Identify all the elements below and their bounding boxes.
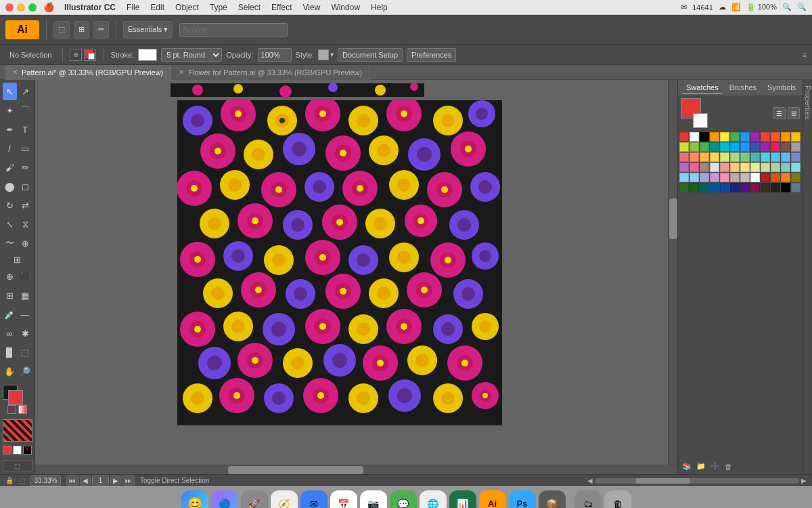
menu-edit[interactable]: Edit: [145, 1, 169, 14]
pencil-tool[interactable]: ✏: [18, 158, 32, 176]
next-page-btn[interactable]: ▶: [110, 475, 121, 486]
swatch-item[interactable]: [791, 152, 800, 162]
line-tool[interactable]: /: [3, 140, 17, 157]
last-page-btn[interactable]: ⏭: [122, 475, 135, 486]
reflect-tool[interactable]: ⇄: [18, 196, 32, 214]
close-button[interactable]: [5, 3, 14, 12]
shape-tool[interactable]: ▭: [18, 140, 32, 157]
swatch-item[interactable]: [761, 132, 770, 142]
hand-tool[interactable]: ✋: [3, 363, 17, 381]
horizontal-scrollbar[interactable]: [35, 465, 677, 474]
menu-help[interactable]: Help: [366, 1, 392, 14]
direct-selection-tool[interactable]: ↗: [18, 83, 32, 100]
swatch-item[interactable]: [740, 163, 750, 172]
tab-flower[interactable]: ✕ Flower for Pattern.ai @ 33.33% (RGB/GP…: [172, 65, 369, 80]
swatch-item[interactable]: [750, 142, 760, 152]
vertical-scrollbar[interactable]: [668, 80, 677, 474]
swatch-item[interactable]: [761, 142, 770, 152]
dock-calendar[interactable]: 📅: [330, 490, 357, 509]
swatch-item[interactable]: [700, 183, 709, 192]
none-mode-btn[interactable]: ✕: [23, 446, 32, 454]
swatch-item[interactable]: [730, 152, 740, 162]
swatch-item[interactable]: [791, 132, 800, 142]
eyedropper-tool[interactable]: 💉: [3, 306, 17, 324]
dock-safari[interactable]: 🧭: [271, 490, 298, 509]
scale-tool[interactable]: ⤡: [3, 215, 17, 233]
warp-tool[interactable]: 〜: [3, 234, 17, 252]
stroke-color-box[interactable]: [138, 49, 157, 61]
swatch-item[interactable]: [720, 163, 729, 172]
opacity-input[interactable]: [258, 48, 292, 62]
swatch-item[interactable]: [679, 132, 689, 142]
arrange-button[interactable]: ⬚: [53, 21, 70, 39]
slice-tool[interactable]: ⬚: [18, 344, 32, 362]
status-artboard-btn[interactable]: ⬚: [19, 477, 25, 484]
fullscreen-button[interactable]: [28, 3, 37, 12]
document-setup-button[interactable]: Document Setup: [338, 48, 403, 62]
swatch-item[interactable]: [781, 142, 790, 152]
swatch-item[interactable]: [771, 152, 780, 162]
swatch-item[interactable]: [700, 132, 709, 142]
workspace-button[interactable]: ⊞: [74, 21, 89, 39]
swatch-item[interactable]: [750, 132, 760, 142]
prev-page-btn[interactable]: ◀: [80, 475, 91, 486]
live-paint-tool[interactable]: ⬛: [18, 268, 32, 286]
menu-object[interactable]: Object: [171, 1, 204, 14]
swatch-lib-btn[interactable]: 📚: [681, 461, 693, 472]
grid-view-btn[interactable]: ⊞: [788, 107, 800, 119]
style-color[interactable]: [318, 49, 329, 60]
swatch-item[interactable]: [750, 183, 760, 192]
type-tool[interactable]: T: [18, 121, 32, 138]
touch-button[interactable]: ✏: [93, 21, 109, 39]
swatch-item[interactable]: [750, 173, 760, 182]
menu-window[interactable]: Window: [326, 1, 365, 14]
swatch-item[interactable]: [781, 132, 790, 142]
horizontal-scroll-thumb[interactable]: [228, 466, 363, 474]
dock-siri[interactable]: 🔵: [211, 490, 238, 509]
minimize-button[interactable]: [17, 3, 25, 12]
swatch-item[interactable]: [679, 163, 689, 172]
panel-options-icon[interactable]: ≡: [803, 51, 807, 59]
swatch-item[interactable]: [690, 152, 699, 162]
swatch-item[interactable]: [740, 152, 750, 162]
new-swatch-btn[interactable]: ➕: [709, 461, 721, 472]
dock-mail[interactable]: ✉: [300, 490, 328, 509]
shape-builder-tool[interactable]: ⊕: [3, 268, 17, 286]
swatch-item[interactable]: [720, 173, 729, 182]
swatch-item[interactable]: [740, 132, 750, 142]
swatch-item[interactable]: [771, 163, 780, 172]
swatch-item[interactable]: [730, 173, 740, 182]
dock-finder[interactable]: 😊: [181, 490, 208, 509]
menu-file[interactable]: File: [122, 1, 144, 14]
swatch-item[interactable]: [791, 142, 800, 152]
dock-chrome[interactable]: 🌐: [420, 490, 447, 509]
swatch-item[interactable]: [771, 183, 780, 192]
lasso-tool[interactable]: ⌒: [18, 102, 32, 119]
first-page-btn[interactable]: ⏮: [66, 475, 78, 486]
status-scroll-thumb[interactable]: [636, 478, 690, 484]
mesh-tool[interactable]: ⊞: [3, 287, 17, 305]
apple-icon[interactable]: 🍎: [43, 2, 54, 12]
swatch-item[interactable]: [761, 183, 770, 192]
dock-downloads[interactable]: 📦: [539, 490, 566, 509]
menu-select[interactable]: Select: [233, 1, 265, 14]
tab-close-icon[interactable]: ✕: [12, 68, 18, 76]
status-scroll-left[interactable]: ◀: [587, 477, 593, 484]
search-input[interactable]: [179, 23, 288, 37]
eraser-tool[interactable]: ◻: [18, 177, 32, 195]
zoom-input[interactable]: [30, 475, 61, 486]
dock-illustrator[interactable]: Ai: [479, 490, 506, 509]
properties-strip[interactable]: Properties: [804, 83, 812, 122]
brushes-tab[interactable]: Brushes: [725, 82, 761, 94]
stroke-mode-btn[interactable]: [13, 446, 22, 454]
swatch-item[interactable]: [761, 152, 770, 162]
dock-trash[interactable]: 🗑: [604, 490, 631, 509]
zoom-tool[interactable]: 🔎: [18, 363, 32, 381]
tab-pattern[interactable]: ✕ Pattern.ai* @ 33.33% (RGB/GPU Preview): [5, 65, 171, 80]
swatch-stroke[interactable]: [693, 113, 708, 128]
swatch-item[interactable]: [690, 132, 699, 142]
fill-mode-btn[interactable]: [3, 446, 12, 454]
style-arrow[interactable]: ▾: [330, 51, 334, 58]
blob-tool[interactable]: ⬤: [3, 177, 17, 195]
swatch-item[interactable]: [791, 183, 800, 192]
